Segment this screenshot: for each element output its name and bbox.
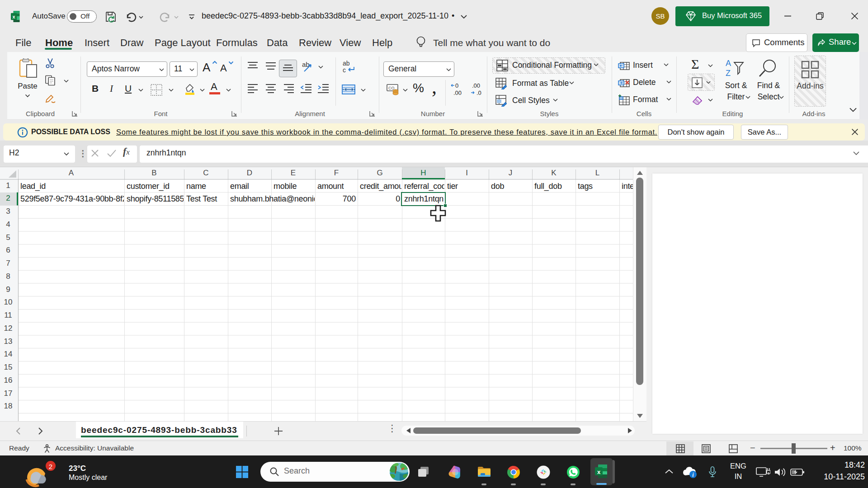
- svg-text:.0: .0: [476, 89, 481, 96]
- svg-text:x: x: [13, 14, 15, 19]
- svg-text:c: c: [343, 66, 346, 74]
- svg-text:x: x: [597, 469, 601, 475]
- svg-text:0: 0: [455, 82, 458, 89]
- svg-text:.00: .00: [472, 82, 480, 89]
- svg-text:ab: ab: [343, 60, 350, 67]
- svg-text:A: A: [726, 59, 731, 68]
- svg-text:.00: .00: [453, 89, 462, 96]
- svg-text:Z: Z: [726, 69, 731, 78]
- svg-text:CO: CO: [388, 86, 395, 90]
